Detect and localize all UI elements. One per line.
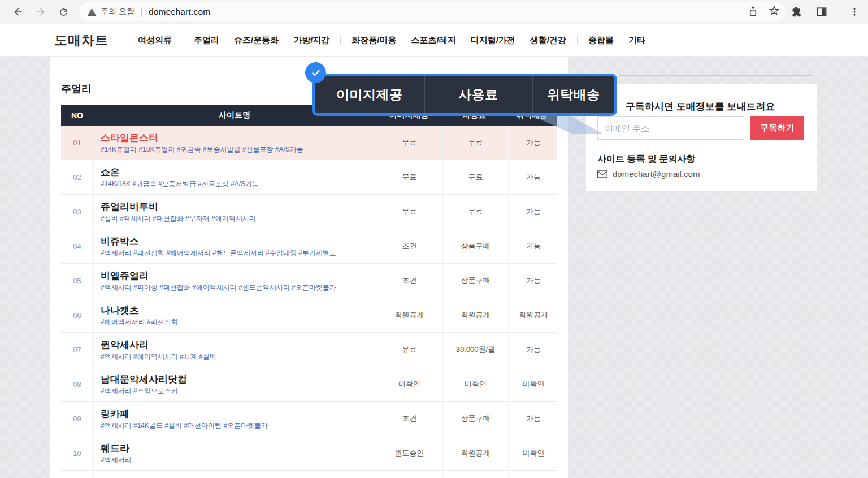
subscribe-card: 구독하시면 도매정보를 보내드려요 구독하기 사이트 등록 및 문의사항 dom… [585,84,817,191]
nav-divider [127,36,127,45]
puzzle-icon [791,6,802,18]
row-number: 03 [73,208,81,216]
url-separator [141,7,142,17]
table-row[interactable]: 핀짱 [61,471,557,478]
table-row[interactable]: 04 비쥬박스 #액세서리 #패션잡화 #헤어액세서리 #핸드폰액세서리 #수입… [61,229,557,264]
reload-button[interactable] [55,4,71,20]
nav-divider [183,36,183,45]
image-provision-value: 조건 [402,275,417,286]
table-row[interactable]: 10 훼드라 #액세서리 별도승인 회원공개 미확인 [61,436,557,471]
bookmark-button[interactable] [769,5,780,19]
row-number: 01 [73,139,81,147]
table-row[interactable]: 03 쥬얼리비투비 #실버 #액세서리 #패션잡화 #부자재 #헤어액세서리 무… [61,195,557,229]
site-name-link[interactable]: 비엘쥬얼리 [101,270,376,282]
image-provision-value: 미확인 [398,379,420,389]
row-number: 05 [73,277,81,285]
consignment-delivery-value: 가능 [526,414,541,424]
table-row[interactable]: 01 스타일몬스터 #14K쥬얼리 #18K쥬얼리 #귀금속 #보증서발급 #선… [61,126,557,160]
site-name-link[interactable]: 퀸악세사리 [101,339,376,351]
nav-item-가방/지갑[interactable]: 가방/지갑 [286,35,337,46]
site-name-link[interactable]: 쥬얼리비투비 [101,201,376,213]
site-name-link[interactable]: 비쥬박스 [101,235,376,247]
site-name-link[interactable]: 훼드라 [101,442,376,454]
consignment-delivery-value: 미확인 [523,379,545,389]
table-row[interactable]: 05 비엘쥬얼리 #액세서리 #피어싱 #패션잡화 #헤어액세서리 #핸드폰액세… [61,264,557,298]
url-text[interactable]: domechart.com [149,7,210,17]
consignment-delivery-value: 가능 [526,241,541,251]
nav-item-종합몰[interactable]: 종합몰 [581,35,621,46]
site-header: 도매차트 여성의류주얼리슈즈/운동화가방/지갑화장품/미용스포츠/레저디지털/가… [0,24,868,57]
image-provision-value: 유료 [402,344,417,355]
usage-fee-value: 무료 [468,137,483,148]
contact-email[interactable]: domechart@gmail.com [613,169,700,179]
nav-divider [340,36,341,45]
site-name-link[interactable]: 쇼온 [101,166,376,178]
category-nav: 여성의류주얼리슈즈/운동화가방/지갑화장품/미용스포츠/레저디지털/가전생활/건… [123,35,653,46]
site-name-link[interactable]: 스타일몬스터 [101,132,376,144]
image-provision-value: 무료 [402,137,417,148]
sidebar-divider [619,75,812,76]
browser-menu-button[interactable] [847,4,862,20]
row-number: 10 [73,449,81,458]
warning-triangle-icon [87,7,97,17]
table-row[interactable]: 07 퀸악세사리 #액세서리 #헤어액세서리 #시계 #실버 유료 30,000… [61,333,557,367]
row-number: 04 [73,242,81,251]
usage-fee-value: 무료 [468,206,483,217]
site-name-link[interactable]: 나나캣츠 [101,304,376,316]
forward-button[interactable] [33,4,49,20]
main-content-panel: 주얼리 NO 사이트명 이미지제공 사용료 위탁배송 01 스타일몬스터 #14… [50,56,568,478]
site-tags: #액세서리 #헤어액세서리 #시계 #실버 [101,352,376,360]
tutorial-callout: 이미지제공사용료위탁배송 [312,74,617,116]
envelope-icon [597,170,607,178]
nav-item-디지털/가전[interactable]: 디지털/가전 [463,35,523,46]
site-tags: #액세서리 #14K골드 #실버 #패션아이템 #오픈마켓불가 [101,421,376,429]
site-tags: #액세서리 #스와브로스키 [101,387,376,395]
usage-fee-value: 무료 [468,172,483,182]
consignment-delivery-value: 가능 [526,137,541,148]
site-tags: #액세서리 #피어싱 #패션잡화 #헤어액세서리 #핸드폰액세서리 #오픈마켓불… [101,283,376,291]
usage-fee-value: 미확인 [465,379,487,389]
nav-item-스포츠/레저[interactable]: 스포츠/레저 [404,35,463,46]
site-table: NO 사이트명 이미지제공 사용료 위탁배송 01 스타일몬스터 #14K쥬얼리… [61,105,557,478]
usage-fee-value: 회원공개 [461,448,491,458]
contact-title: 사이트 등록 및 문의사항 [597,153,695,165]
nav-item-여성의류[interactable]: 여성의류 [131,35,179,46]
consignment-delivery-value: 가능 [526,206,541,217]
table-row[interactable]: 09 링카페 #액세서리 #14K골드 #실버 #패션아이템 #오픈마켓불가 조… [61,402,557,436]
security-warning-chip[interactable]: 주의 요함 [87,7,134,17]
table-row[interactable]: 08 남대문악세사리닷컴 #액세서리 #스와브로스키 미확인 미확인 미확인 [61,367,557,402]
image-provision-value: 조건 [402,414,417,424]
image-provision-value: 무료 [402,172,417,182]
extensions-button[interactable] [789,4,805,20]
site-tags: #실버 #액세서리 #패션잡화 #부자재 #헤어액세서리 [101,214,376,222]
contact-email-row: domechart@gmail.com [597,169,700,179]
security-warning-label: 주의 요함 [101,7,134,17]
table-row[interactable]: 06 나나캣츠 #헤어액세서리 #패션잡화 회원공개 회원공개 회원공개 [61,298,557,333]
site-tags: #헤어액세서리 #패션잡화 [101,318,376,326]
share-button[interactable] [748,6,758,19]
side-panel-button[interactable] [814,4,830,20]
row-number: 07 [73,346,81,354]
nav-item-화장품/미용[interactable]: 화장품/미용 [344,35,403,46]
consignment-delivery-value: 가능 [526,344,541,355]
nav-item-생활/건강[interactable]: 생활/건강 [523,35,574,46]
subscribe-title: 구독하시면 도매정보를 보내드려요 [626,100,775,113]
address-bar[interactable]: 주의 요함 domechart.com [79,2,785,21]
back-button[interactable] [10,4,26,20]
site-tags: #14K쥬얼리 #18K쥬얼리 #귀금속 #보증서발급 #선물포장 #A/S가능 [101,145,376,153]
usage-fee-value: 상품구매 [461,275,491,286]
subscribe-button[interactable]: 구독하기 [750,116,804,140]
site-logo[interactable]: 도매차트 [54,32,108,49]
image-provision-value: 회원공개 [395,310,424,320]
table-row[interactable]: 02 쇼온 #14K/18K #귀금속 #보증서발급 #선물포장 #A/S가능 … [61,160,557,195]
site-name-link[interactable]: 남대문악세사리닷컴 [101,373,376,385]
image-provision-value: 조건 [402,241,417,251]
site-name-link[interactable]: 링카페 [101,408,376,420]
email-input[interactable] [597,116,745,140]
usage-fee-value: 상품구매 [461,414,491,424]
nav-item-주얼리[interactable]: 주얼리 [186,35,227,46]
share-icon [748,6,758,16]
page-title: 주얼리 [61,82,92,96]
nav-item-슈즈/운동화[interactable]: 슈즈/운동화 [227,35,286,46]
nav-item-기타[interactable]: 기타 [621,35,653,46]
